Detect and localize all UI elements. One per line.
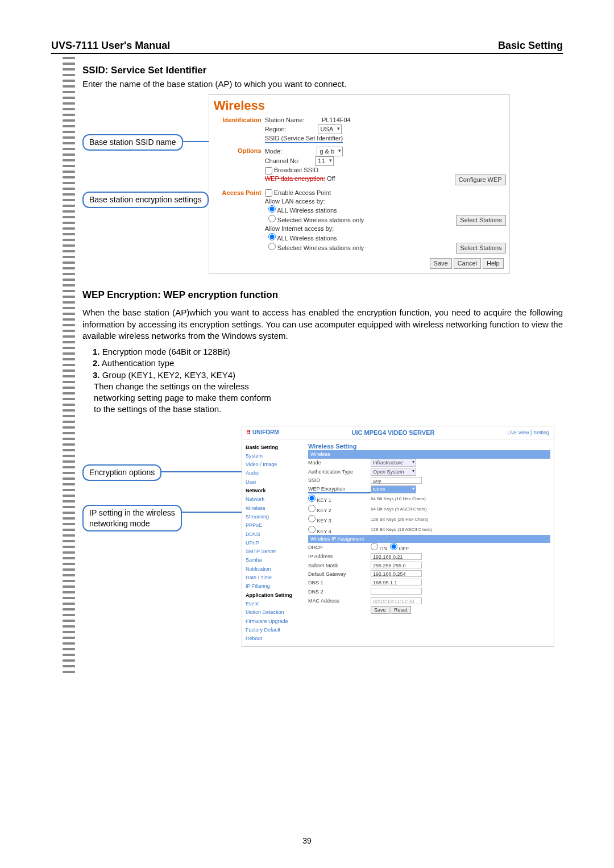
step-1: Encryption mode (64Bit or 128Bit) <box>102 347 230 356</box>
dhcp-on-radio[interactable] <box>371 543 378 550</box>
spiral-binding <box>63 57 75 673</box>
inet-selected-label: Selected Wireless stations only <box>277 244 364 251</box>
channel-select[interactable]: 11 <box>315 156 333 166</box>
callout-line <box>183 141 209 142</box>
step-tail-1: Then change the settings on the wireless <box>94 381 249 391</box>
key2-radio[interactable] <box>308 505 316 512</box>
options-label: Options <box>213 147 265 185</box>
inet-selected-radio[interactable] <box>268 243 276 250</box>
live-view-link[interactable]: Live View <box>507 430 529 435</box>
sidebar-item[interactable]: Firmware Upgrade <box>246 617 301 626</box>
auth-select[interactable]: Open System <box>371 468 416 476</box>
panel-title: Wireless <box>209 95 509 114</box>
mac-label: MAC Address <box>308 597 371 604</box>
sidebar-item[interactable]: SMTP Server <box>246 547 301 556</box>
key1-radio[interactable] <box>308 495 316 502</box>
region-select[interactable]: USA <box>318 124 342 134</box>
lan-access-label: Allow LAN access by: <box>265 198 325 205</box>
sidebar-item[interactable]: PPPoE <box>246 521 301 530</box>
wep-label: WEP data encryption: <box>265 175 325 182</box>
mask-input[interactable]: 255.255.255.0 <box>371 562 422 568</box>
sidebar-item[interactable]: Motion Detection <box>246 608 301 617</box>
enable-ap-label: Enable Access Point <box>274 189 331 196</box>
dhcp-off-radio[interactable] <box>390 543 397 550</box>
key-legend-3: 128 Bit Keys (26 Hex Chars) <box>371 517 550 523</box>
sidebar-item[interactable]: Streaming <box>246 513 301 521</box>
sidebar-item[interactable]: Video / Image <box>246 460 301 469</box>
identification-label: Identification <box>213 116 265 144</box>
sidebar-item[interactable]: Factory Default <box>246 626 301 634</box>
wep-heading: WEP Encryption: WEP encryption function <box>82 289 563 302</box>
gw-label: Default Gateway <box>308 571 371 578</box>
callout-line <box>182 512 242 513</box>
inet-all-radio[interactable] <box>268 233 276 240</box>
key-legend-4: 128 Bit Keys (13 ASCII Chars) <box>371 527 550 533</box>
sidebar-item[interactable]: Audio <box>246 469 301 477</box>
callout-ip-line2: networking mode <box>89 519 150 528</box>
sidebar-item[interactable]: System <box>246 452 301 460</box>
sidebar-item[interactable]: DDNS <box>246 530 301 539</box>
sidebar-network: Network <box>246 487 301 495</box>
broadcast-checkbox[interactable] <box>265 167 272 175</box>
header-left: UVS-7111 User's Manual <box>51 40 170 52</box>
sidebar-item[interactable]: Reboot <box>246 634 301 643</box>
sidebar-item[interactable]: IP Filtering <box>246 582 301 591</box>
sidebar-item[interactable]: Event <box>246 600 301 608</box>
lan-all-label: ALL Wireless stations <box>277 207 337 214</box>
lan-all-radio[interactable] <box>268 205 276 213</box>
key3-radio[interactable] <box>308 515 316 522</box>
wep-enc-select[interactable]: None <box>371 485 416 493</box>
page-number: 39 <box>0 836 614 845</box>
step-tail-2: networking setting page to make them con… <box>94 393 271 402</box>
lan-selected-radio[interactable] <box>268 215 276 222</box>
wep-enc-label: WEP Encryption <box>308 485 371 493</box>
dns1-label: DNS 1 <box>308 579 371 586</box>
sidebar-item[interactable]: Samba <box>246 556 301 564</box>
configure-wep-button[interactable]: Configure WEP <box>455 175 506 185</box>
callout-line <box>161 471 242 472</box>
key4-label: KEY 4 <box>317 529 331 534</box>
sidebar-item[interactable]: Network <box>246 495 301 504</box>
gw-input[interactable]: 192.168.0.254 <box>371 570 422 577</box>
key4-radio[interactable] <box>308 526 316 533</box>
sidebar-item[interactable]: Date / Time <box>246 574 301 582</box>
help-button[interactable]: Help <box>483 258 504 269</box>
cancel-button[interactable]: Cancel <box>454 258 481 269</box>
reset-button[interactable]: Reset <box>391 606 411 614</box>
lan-selected-label: Selected Wireless stations only <box>277 217 364 223</box>
step-tail-3: to the settings of the base station. <box>94 404 221 414</box>
setting-link[interactable]: Setting <box>533 430 549 435</box>
key1-label: KEY 1 <box>317 497 331 503</box>
sidebar-item[interactable]: Wireless <box>246 504 301 513</box>
ssid-input[interactable]: any <box>371 477 422 484</box>
save-button[interactable]: Save <box>430 258 452 269</box>
dns2-input[interactable] <box>371 588 422 595</box>
mode-label: Mode <box>308 459 371 466</box>
channel-label: Channel No: <box>265 157 300 164</box>
mode-select[interactable]: g & b <box>317 147 343 156</box>
dns1-input[interactable]: 168.95.1.1 <box>371 579 422 585</box>
save-button-2[interactable]: Save <box>371 606 389 614</box>
ip-input[interactable]: 192.168.0.21 <box>371 553 422 560</box>
select-stations-button-1[interactable]: Select Stations <box>456 215 505 226</box>
header-right: Basic Setting <box>498 40 563 52</box>
sidebar-item[interactable]: UPnP <box>246 539 301 547</box>
page-header: UVS-7111 User's Manual Basic Setting <box>51 40 563 54</box>
ssid-field-label: SSID (Service Set Identifier) <box>265 134 343 144</box>
key3-label: KEY 3 <box>317 518 331 524</box>
sidebar-basic: Basic Setting <box>246 443 301 452</box>
callout-ip-line1: IP setting in the wireless <box>89 508 175 517</box>
sidebar-item[interactable]: User <box>246 478 301 487</box>
sidebar-item[interactable]: Notification <box>246 565 301 574</box>
station-name-value: PL114F04 <box>322 117 351 123</box>
dns2-label: DNS 2 <box>308 588 371 595</box>
section-wireless: Wireless <box>308 450 550 458</box>
wireless-panel: Wireless Identification Station Name: PL… <box>209 94 510 273</box>
main-panel: Wireless Setting Wireless Mode Infrastru… <box>305 440 554 647</box>
key-legend-1: 64 Bit Keys (10 Hex Chars) <box>371 496 550 502</box>
enable-ap-checkbox[interactable] <box>265 189 272 197</box>
mode-select[interactable]: Infrastructure <box>371 459 416 467</box>
select-stations-button-2[interactable]: Select Stations <box>456 243 505 254</box>
key-legend-2: 64 Bit Keys (5 ASCII Chars) <box>371 506 550 513</box>
wep-state: Off <box>327 175 335 182</box>
